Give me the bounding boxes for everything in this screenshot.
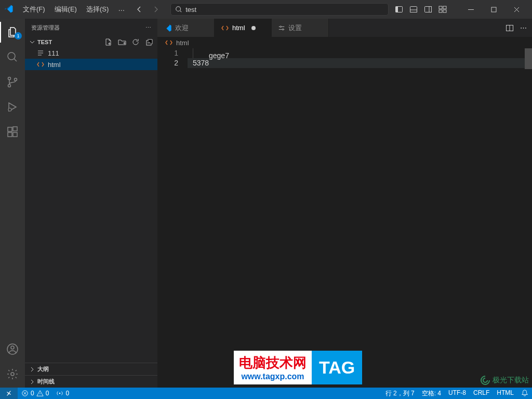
- svg-rect-18: [8, 132, 12, 137]
- svg-rect-4: [410, 10, 417, 12]
- svg-point-22: [11, 346, 14, 349]
- svg-rect-17: [8, 127, 12, 131]
- watermark-corner: 极光下载站: [480, 375, 529, 385]
- error-icon: [21, 390, 29, 397]
- tab-settings[interactable]: 设置: [272, 19, 329, 37]
- editor-content[interactable]: 1 2 gege7 5378 --: [157, 48, 532, 388]
- svg-rect-8: [443, 6, 446, 9]
- svg-rect-10: [443, 10, 446, 12]
- activity-search[interactable]: [0, 47, 25, 68]
- split-editor-icon[interactable]: [506, 24, 514, 32]
- explorer-sidebar: 资源管理器 ⋯ TEST 111 html 大纲: [25, 19, 157, 388]
- activity-extensions[interactable]: [0, 122, 25, 142]
- code-file-icon: [221, 24, 229, 32]
- new-file-icon[interactable]: [104, 38, 113, 46]
- svg-point-25: [280, 26, 282, 28]
- new-folder-icon[interactable]: [118, 38, 126, 46]
- tab-html[interactable]: html: [215, 19, 272, 37]
- activity-explorer[interactable]: 1: [0, 22, 25, 43]
- svg-rect-9: [439, 10, 442, 12]
- activity-source-control[interactable]: [0, 72, 25, 92]
- svg-point-26: [282, 29, 284, 30]
- status-language[interactable]: HTML: [493, 389, 517, 396]
- remote-button[interactable]: [0, 388, 18, 399]
- menu-edit[interactable]: 编辑(E): [50, 3, 81, 16]
- status-cursor-position[interactable]: 行 2，列 7: [382, 389, 418, 398]
- chevron-down-icon: [29, 39, 35, 45]
- svg-rect-5: [425, 7, 432, 12]
- svg-point-16: [8, 108, 11, 111]
- window-minimize-icon[interactable]: [459, 0, 482, 19]
- collapse-all-icon[interactable]: [145, 38, 153, 46]
- svg-point-29: [59, 393, 61, 394]
- activity-accounts[interactable]: [0, 339, 25, 360]
- svg-point-15: [15, 78, 17, 81]
- svg-rect-2: [396, 7, 398, 12]
- code-file-icon: [36, 60, 45, 69]
- status-feedback[interactable]: [517, 389, 532, 396]
- svg-rect-20: [13, 127, 17, 131]
- titlebar: 文件(F) 编辑(E) 选择(S) … test: [0, 0, 532, 19]
- vertical-scrollbar[interactable]: [525, 48, 532, 69]
- activity-settings[interactable]: [0, 364, 25, 384]
- vscode-icon: [164, 24, 172, 32]
- breadcrumb[interactable]: html: [157, 37, 532, 48]
- extensions-icon: [6, 126, 19, 138]
- menu-more[interactable]: …: [114, 3, 129, 16]
- chevron-right-icon: [29, 366, 35, 373]
- window-maximize-icon[interactable]: [482, 0, 505, 19]
- line-gutter: 1 2: [157, 48, 188, 388]
- tab-more-icon[interactable]: ⋯: [520, 24, 527, 32]
- code-file-icon: [165, 38, 173, 47]
- tree-item-111[interactable]: 111: [25, 47, 157, 59]
- svg-rect-11: [491, 7, 496, 12]
- vscode-logo-icon: [4, 4, 15, 15]
- search-icon: [175, 6, 182, 13]
- remote-icon: [5, 390, 12, 397]
- customize-layout-icon[interactable]: [438, 5, 447, 14]
- warning-icon: [36, 390, 44, 397]
- status-indentation[interactable]: 空格: 4: [418, 389, 445, 398]
- toggle-panel-left-icon[interactable]: [395, 5, 403, 14]
- menu-file[interactable]: 文件(F): [19, 3, 49, 16]
- settings-slider-icon: [278, 24, 285, 32]
- dirty-indicator-icon[interactable]: [251, 26, 256, 30]
- sidebar-title: 资源管理器: [31, 24, 60, 32]
- sidebar-more-icon[interactable]: ⋯: [145, 24, 151, 31]
- branch-icon: [6, 76, 19, 88]
- editor-tabs: 欢迎 html 设置 ⋯: [157, 19, 532, 37]
- activity-run-debug[interactable]: [0, 97, 25, 117]
- bell-icon: [521, 389, 528, 396]
- svg-rect-6: [429, 7, 432, 12]
- tab-welcome[interactable]: 欢迎: [157, 19, 215, 37]
- toggle-panel-right-icon[interactable]: [424, 5, 432, 14]
- code-area[interactable]: gege7 5378: [188, 48, 525, 388]
- status-problems[interactable]: 0 0: [18, 388, 52, 399]
- chevron-right-icon: [29, 379, 35, 385]
- menu-select[interactable]: 选择(S): [82, 3, 113, 16]
- status-eol[interactable]: CRLF: [470, 389, 493, 396]
- command-center-search[interactable]: test: [170, 3, 389, 16]
- folder-root[interactable]: TEST: [25, 37, 157, 47]
- status-encoding[interactable]: UTF-8: [445, 389, 470, 396]
- window-close-icon[interactable]: [505, 0, 528, 19]
- swirl-icon: [480, 375, 490, 385]
- svg-point-14: [8, 85, 11, 87]
- svg-point-12: [8, 52, 15, 60]
- svg-point-23: [11, 373, 14, 376]
- text-file-icon: [36, 49, 45, 57]
- minimap[interactable]: --: [525, 48, 532, 388]
- activity-bar: 1: [0, 19, 25, 388]
- toggle-panel-bottom-icon[interactable]: [409, 5, 418, 14]
- refresh-icon[interactable]: [131, 38, 140, 46]
- status-ports[interactable]: 0: [52, 388, 73, 399]
- play-bug-icon: [6, 101, 19, 113]
- menu-bar: 文件(F) 编辑(E) 选择(S) …: [19, 3, 129, 16]
- timeline-section[interactable]: 时间线: [25, 375, 157, 388]
- tree-item-html[interactable]: html: [25, 59, 157, 70]
- outline-section[interactable]: 大纲: [25, 363, 157, 375]
- watermark-banner: 电脑技术网 www.tagxp.com TAG: [234, 351, 362, 384]
- nav-forward-icon[interactable]: [152, 5, 160, 14]
- antenna-icon: [56, 390, 63, 397]
- nav-back-icon[interactable]: [135, 5, 143, 14]
